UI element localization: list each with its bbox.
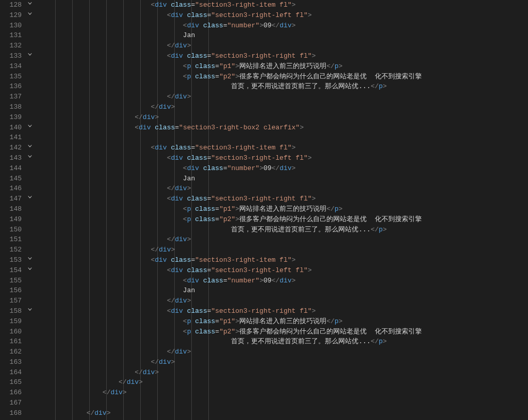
fold-toggle[interactable] bbox=[25, 153, 35, 163]
code-line[interactable]: Jan bbox=[38, 174, 528, 184]
line-number: 136 bbox=[0, 81, 25, 92]
fold-toggle[interactable] bbox=[25, 10, 35, 21]
code-line[interactable]: Jan bbox=[38, 285, 528, 296]
fold-toggle[interactable] bbox=[25, 255, 35, 265]
line-number: 133 bbox=[0, 51, 25, 61]
gutter-margin bbox=[35, 0, 38, 420]
line-number-gutter: 1281291301311321331341351361371381391401… bbox=[0, 0, 25, 420]
fold-cell bbox=[25, 234, 35, 245]
code-line[interactable]: <div class="section3-right-right fl"> bbox=[38, 51, 528, 61]
code-line[interactable]: </div> bbox=[38, 357, 528, 367]
code-area[interactable]: <div class="section3-right-item fl"> <di… bbox=[38, 0, 528, 420]
line-number: 157 bbox=[0, 296, 25, 306]
code-line[interactable]: </div> bbox=[38, 41, 528, 51]
code-line[interactable]: <p class="p2">很多客户都会纳闷为什么自己的网站老是优 化不到搜索引… bbox=[38, 214, 528, 225]
fold-cell bbox=[25, 81, 35, 92]
code-line[interactable]: 首页，更不用说进首页前三了。那么网站优...</p> bbox=[38, 225, 528, 235]
line-number: 129 bbox=[0, 10, 25, 21]
code-line[interactable]: <p class="p1">网站排名进入前三的技巧说明</p> bbox=[38, 204, 528, 214]
fold-cell bbox=[25, 163, 35, 174]
code-line[interactable]: </div> bbox=[38, 92, 528, 102]
code-line[interactable]: 首页，更不用说进首页前三了。那么网站优...</p> bbox=[38, 81, 528, 92]
code-line[interactable]: <p class="p1">网站排名进入前三的技巧说明</p> bbox=[38, 316, 528, 327]
code-line[interactable]: </div> bbox=[38, 234, 528, 245]
fold-cell bbox=[25, 357, 35, 367]
line-number: 163 bbox=[0, 357, 25, 367]
fold-toggle[interactable] bbox=[25, 306, 35, 316]
fold-toggle[interactable] bbox=[25, 123, 35, 133]
code-line[interactable]: </div> bbox=[38, 347, 528, 357]
fold-cell bbox=[25, 316, 35, 327]
fold-toggle[interactable] bbox=[25, 143, 35, 153]
fold-cell bbox=[25, 388, 35, 398]
code-line[interactable]: </div> bbox=[38, 296, 528, 306]
line-number: 145 bbox=[0, 174, 25, 184]
fold-toggle[interactable] bbox=[25, 194, 35, 204]
line-number: 142 bbox=[0, 143, 25, 153]
code-line[interactable]: <div class="section3-right-item fl"> bbox=[38, 0, 528, 10]
line-number: 147 bbox=[0, 194, 25, 204]
code-line[interactable]: 首页，更不用说进首页前三了。那么网站优...</p> bbox=[38, 337, 528, 347]
line-number: 139 bbox=[0, 112, 25, 123]
fold-cell bbox=[25, 296, 35, 306]
line-number: 162 bbox=[0, 347, 25, 357]
code-line[interactable]: </div> bbox=[38, 245, 528, 255]
code-line[interactable]: <div class="section3-right-right fl"> bbox=[38, 306, 528, 316]
code-line[interactable]: <div class="section3-right-item fl"> bbox=[38, 143, 528, 153]
code-line[interactable]: <div class="section3-right-left fl"> bbox=[38, 265, 528, 276]
line-number: 159 bbox=[0, 316, 25, 327]
fold-cell bbox=[25, 327, 35, 337]
code-line[interactable]: <p class="p2">很多客户都会纳闷为什么自己的网站老是优 化不到搜索引… bbox=[38, 327, 528, 337]
code-line[interactable] bbox=[38, 398, 528, 408]
line-number: 168 bbox=[0, 408, 25, 418]
line-number: 140 bbox=[0, 123, 25, 133]
code-line[interactable]: <p class="p2">很多客户都会纳闷为什么自己的网站老是优 化不到搜索引… bbox=[38, 72, 528, 82]
line-number: 161 bbox=[0, 337, 25, 347]
code-line[interactable] bbox=[38, 132, 528, 143]
fold-cell bbox=[25, 21, 35, 31]
line-number: 131 bbox=[0, 30, 25, 41]
fold-cell bbox=[25, 367, 35, 378]
line-number: 148 bbox=[0, 204, 25, 214]
fold-cell bbox=[25, 285, 35, 296]
fold-cell bbox=[25, 61, 35, 72]
fold-toggle[interactable] bbox=[25, 0, 35, 10]
line-number: 165 bbox=[0, 377, 25, 388]
fold-cell bbox=[25, 132, 35, 143]
fold-cell bbox=[25, 92, 35, 102]
code-line[interactable]: <div class="section3-right-item fl"> bbox=[38, 255, 528, 265]
code-line[interactable]: <div class="number">09</div> bbox=[38, 21, 528, 31]
code-line[interactable]: </div> bbox=[38, 367, 528, 378]
code-editor[interactable]: 1281291301311321331341351361371381391401… bbox=[0, 0, 528, 420]
line-number: 143 bbox=[0, 153, 25, 163]
code-line[interactable]: </div> bbox=[38, 112, 528, 123]
fold-cell bbox=[25, 408, 35, 418]
code-line[interactable]: <div class="number">09</div> bbox=[38, 276, 528, 286]
code-line[interactable]: </div> bbox=[38, 377, 528, 388]
code-line[interactable]: Jan bbox=[38, 30, 528, 41]
line-number: 132 bbox=[0, 41, 25, 51]
code-line[interactable]: <div class="section3-right-right fl"> bbox=[38, 194, 528, 204]
code-line[interactable]: </div> bbox=[38, 408, 528, 418]
code-line[interactable]: <div class="number">09</div> bbox=[38, 163, 528, 174]
code-line[interactable]: <p class="p1">网站排名进入前三的技巧说明</p> bbox=[38, 61, 528, 72]
code-line[interactable]: <div class="section3-right-left fl"> bbox=[38, 153, 528, 163]
line-number: 155 bbox=[0, 276, 25, 286]
fold-toggle[interactable] bbox=[25, 265, 35, 276]
code-line[interactable]: </div> bbox=[38, 183, 528, 194]
fold-cell bbox=[25, 347, 35, 357]
line-number: 146 bbox=[0, 183, 25, 194]
code-line[interactable]: <div class="section3-right-left fl"> bbox=[38, 10, 528, 21]
code-line[interactable]: <div class="section3-right-box2 clearfix… bbox=[38, 123, 528, 133]
fold-toggle[interactable] bbox=[25, 51, 35, 61]
code-line[interactable]: </div> bbox=[38, 102, 528, 112]
fold-cell bbox=[25, 225, 35, 235]
fold-cell bbox=[25, 183, 35, 194]
line-number: 135 bbox=[0, 72, 25, 82]
fold-cell bbox=[25, 245, 35, 255]
fold-cell bbox=[25, 102, 35, 112]
code-line[interactable]: </div> bbox=[38, 388, 528, 398]
fold-cell bbox=[25, 112, 35, 123]
line-number: 156 bbox=[0, 285, 25, 296]
line-number: 151 bbox=[0, 234, 25, 245]
